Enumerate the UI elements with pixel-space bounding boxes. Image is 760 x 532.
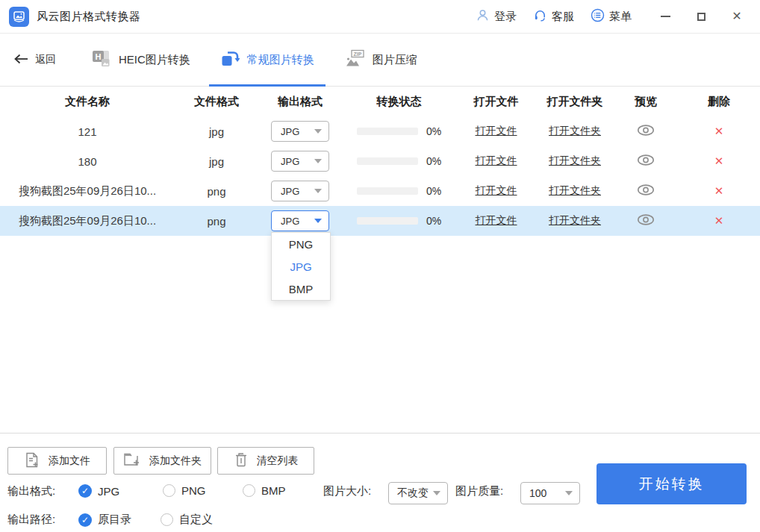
add-folder-label: 添加文件夹 xyxy=(149,454,202,468)
progress-bar xyxy=(357,157,418,165)
window-controls: ✕ xyxy=(642,5,750,28)
add-file-button[interactable]: 添加文件 xyxy=(7,447,107,475)
file-format: jpg xyxy=(175,146,258,176)
radio-unchecked-icon xyxy=(243,484,255,497)
back-button[interactable]: 返回 xyxy=(13,34,56,86)
menu-label: 菜单 xyxy=(609,10,632,24)
radio-format-jpg[interactable]: ✓ JPG xyxy=(78,484,119,498)
radio-unchecked-icon xyxy=(161,513,173,526)
progress-bar xyxy=(357,128,418,135)
open-file-link[interactable]: 打开文件 xyxy=(476,154,517,168)
open-folder-link[interactable]: 打开文件夹 xyxy=(549,125,601,138)
output-format-value: JPG xyxy=(281,216,299,227)
column-header-output: 输出格式 xyxy=(258,87,342,116)
back-label: 返回 xyxy=(35,53,56,66)
radio-label: PNG xyxy=(181,484,206,497)
output-path-label: 输出路径: xyxy=(7,513,55,527)
file-name: 180 xyxy=(0,146,175,176)
image-quality-select[interactable]: 100 xyxy=(520,482,580,504)
image-quality-value: 100 xyxy=(529,487,546,499)
column-header-format: 文件格式 xyxy=(175,87,258,116)
delete-icon[interactable]: ✕ xyxy=(714,125,724,138)
progress-bar xyxy=(357,187,418,195)
close-icon: ✕ xyxy=(732,10,741,22)
radio-path-original[interactable]: ✓ 原目录 xyxy=(78,513,131,527)
table-row-selected[interactable]: 搜狗截图25年09月26日10... png JPG 0% 打开文件 打开文件夹 xyxy=(0,206,760,236)
image-size-select[interactable]: 不改变 xyxy=(388,482,448,504)
login-button[interactable]: 登录 xyxy=(476,8,517,25)
add-folder-icon xyxy=(123,451,141,470)
dropdown-option-jpg-selected[interactable]: JPG xyxy=(272,255,330,278)
output-format-select-open[interactable]: JPG xyxy=(271,210,329,231)
progress-bar xyxy=(357,217,418,225)
tab-regular-convert[interactable]: 常规图片转换 xyxy=(209,34,326,86)
radio-checked-icon: ✓ xyxy=(78,484,92,498)
open-file-link[interactable]: 打开文件 xyxy=(476,125,517,138)
table-header: 文件名称 文件格式 输出格式 转换状态 打开文件 打开文件夹 预览 删除 xyxy=(0,87,760,116)
preview-eye-icon[interactable] xyxy=(637,184,655,198)
chevron-down-icon xyxy=(433,491,440,495)
dropdown-option-bmp[interactable]: BMP xyxy=(272,278,330,300)
radio-format-png[interactable]: PNG xyxy=(163,484,206,497)
column-header-filename: 文件名称 xyxy=(0,87,175,116)
output-format-value: JPG xyxy=(281,186,299,197)
image-size-label: 图片大小: xyxy=(323,484,371,498)
radio-label: JPG xyxy=(98,485,119,498)
output-format-select[interactable]: JPG xyxy=(271,181,329,201)
support-label: 客服 xyxy=(552,10,574,24)
chevron-down-icon xyxy=(314,219,322,223)
open-folder-link[interactable]: 打开文件夹 xyxy=(549,154,601,168)
output-format-select[interactable]: JPG xyxy=(271,121,329,142)
support-button[interactable]: 客服 xyxy=(533,8,574,25)
back-arrow-icon xyxy=(13,54,29,66)
output-format-select[interactable]: JPG xyxy=(271,151,329,172)
file-format: png xyxy=(175,176,258,206)
column-header-open-file: 打开文件 xyxy=(456,87,536,116)
clear-list-button[interactable]: 清空列表 xyxy=(217,447,314,475)
open-folder-link[interactable]: 打开文件夹 xyxy=(549,214,601,228)
menu-button[interactable]: 菜单 xyxy=(591,8,632,25)
menu-icon xyxy=(591,8,605,25)
table-row[interactable]: 搜狗截图25年09月26日10... png JPG 0% 打开文件 打开文件夹 xyxy=(0,176,760,206)
image-size-value: 不改变 xyxy=(397,486,429,500)
table-row[interactable]: 121 jpg JPG 0% 打开文件 打开文件夹 xyxy=(0,116,760,146)
dropdown-option-png[interactable]: PNG xyxy=(272,233,330,255)
output-format-value: JPG xyxy=(281,156,299,167)
headset-icon xyxy=(533,8,547,25)
image-quality-label: 图片质量: xyxy=(455,484,503,498)
maximize-button[interactable] xyxy=(688,5,714,28)
preview-eye-icon[interactable] xyxy=(637,213,655,228)
close-button[interactable]: ✕ xyxy=(724,5,750,28)
radio-format-bmp[interactable]: BMP xyxy=(243,484,286,497)
radio-path-custom[interactable]: 自定义 xyxy=(161,513,213,527)
footer-panel: 添加文件 添加文件夹 清空列 xyxy=(0,433,760,532)
preview-eye-icon[interactable] xyxy=(637,154,655,169)
minimize-button[interactable] xyxy=(652,5,678,28)
delete-icon[interactable]: ✕ xyxy=(714,214,724,228)
file-name: 121 xyxy=(0,116,175,146)
add-folder-button[interactable]: 添加文件夹 xyxy=(113,447,211,475)
open-file-link[interactable]: 打开文件 xyxy=(476,184,517,198)
heic-icon: H xyxy=(91,48,111,71)
add-file-label: 添加文件 xyxy=(49,454,90,468)
svg-text:ZIP: ZIP xyxy=(353,51,361,57)
clear-list-label: 清空列表 xyxy=(257,454,299,468)
tab-heic-convert[interactable]: H HEIC图片转换 xyxy=(80,34,202,86)
start-convert-button[interactable]: 开始转换 xyxy=(597,463,747,504)
column-header-status: 转换状态 xyxy=(342,87,456,116)
minimize-icon xyxy=(661,16,670,17)
open-file-link[interactable]: 打开文件 xyxy=(476,214,517,228)
app-logo-icon xyxy=(9,7,29,27)
delete-icon[interactable]: ✕ xyxy=(714,184,724,198)
tab-label: HEIC图片转换 xyxy=(119,53,190,67)
trash-icon xyxy=(234,451,249,471)
open-folder-link[interactable]: 打开文件夹 xyxy=(549,184,601,198)
delete-icon[interactable]: ✕ xyxy=(714,154,724,168)
table-row[interactable]: 180 jpg JPG 0% 打开文件 打开文件夹 xyxy=(0,146,760,176)
maximize-icon xyxy=(697,13,706,21)
tab-label: 图片压缩 xyxy=(373,53,417,67)
tab-image-compress[interactable]: ZIP 图片压缩 xyxy=(333,34,429,86)
preview-eye-icon[interactable] xyxy=(637,124,655,139)
chevron-down-icon xyxy=(314,189,322,193)
zip-icon: ZIP xyxy=(344,48,365,71)
